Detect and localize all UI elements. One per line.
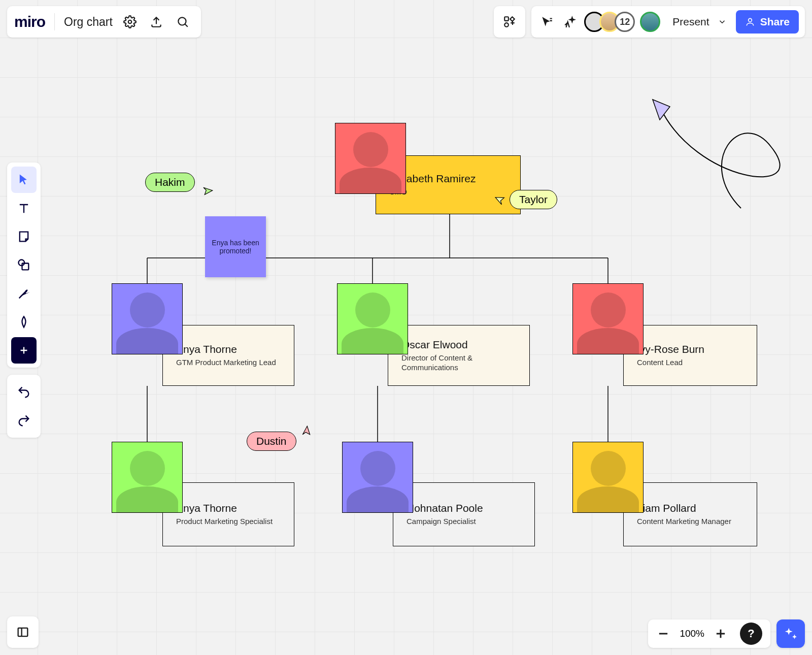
share-label: Share <box>760 16 790 28</box>
zoom-controls: 100% ? <box>648 619 770 648</box>
miro-logo[interactable]: miro <box>14 13 45 30</box>
search-icon[interactable] <box>174 13 192 31</box>
svg-rect-9 <box>22 264 29 270</box>
org-photo-enya-lead[interactable] <box>112 283 183 354</box>
present-label: Present <box>672 16 709 28</box>
apps-icon[interactable] <box>494 6 525 38</box>
org-card-oscar[interactable]: Oscar Elwood Director of Content & Commu… <box>388 325 530 386</box>
share-button[interactable]: Share <box>736 10 799 34</box>
org-photo-enya-spec[interactable] <box>112 442 183 513</box>
undo-button[interactable] <box>11 379 37 405</box>
tool-add[interactable] <box>11 337 37 364</box>
frames-panel-button[interactable] <box>7 616 39 648</box>
cursor-taylor: Taylor <box>495 190 557 209</box>
svg-marker-2 <box>495 193 506 205</box>
tool-text[interactable] <box>11 195 37 221</box>
svg-point-8 <box>748 18 752 22</box>
board-title[interactable]: Org chart <box>64 15 113 29</box>
svg-point-7 <box>505 23 509 27</box>
svg-marker-1 <box>200 186 212 197</box>
ai-assist-button[interactable] <box>776 619 805 648</box>
tool-pen[interactable] <box>11 309 37 335</box>
org-photo-hohnatan[interactable] <box>342 442 413 513</box>
zoom-level[interactable]: 100% <box>680 628 704 639</box>
person-icon <box>745 17 755 27</box>
sticky-note[interactable]: Enya has been promoted! <box>205 216 266 277</box>
zoom-out-button[interactable] <box>656 627 670 641</box>
org-photo-cmo[interactable] <box>335 123 406 194</box>
tool-sticky[interactable] <box>11 223 37 250</box>
org-role: GTM Product Marketing Lead <box>176 357 284 368</box>
org-name: Elisabeth Ramirez <box>389 173 510 185</box>
cursor-label: Taylor <box>510 190 557 209</box>
zoom-in-button[interactable] <box>714 627 728 641</box>
svg-point-5 <box>178 17 186 25</box>
cursor-mode-icon[interactable] <box>537 13 556 31</box>
present-button[interactable]: Present <box>665 16 730 28</box>
sticky-text: Enya has been promoted! <box>211 239 260 255</box>
org-name: Liam Pollard <box>637 502 747 514</box>
tool-shape[interactable] <box>11 252 37 278</box>
cursor-hakim: Hakim <box>145 173 209 192</box>
export-icon[interactable] <box>147 13 165 31</box>
org-name: Oscar Elwood <box>401 339 519 351</box>
org-name: Enya Thorne <box>176 502 284 514</box>
org-name: Enya Thorne <box>176 343 284 355</box>
settings-icon[interactable] <box>121 13 139 31</box>
avatar-overflow-count[interactable]: 12 <box>615 12 635 32</box>
reactions-icon[interactable] <box>561 13 579 31</box>
svg-rect-6 <box>505 17 509 21</box>
tool-arrow[interactable] <box>11 280 37 307</box>
redo-button[interactable] <box>11 407 37 434</box>
collaborator-avatars[interactable]: 12 <box>584 12 660 32</box>
org-role: Director of Content & Communications <box>401 353 519 373</box>
help-button[interactable]: ? <box>740 623 762 645</box>
tool-group-main <box>7 162 41 368</box>
org-role: Campaign Specialist <box>407 516 524 527</box>
cursor-dustin: Dustin <box>247 432 311 451</box>
cursor-label: Hakim <box>145 173 195 192</box>
divider <box>54 13 55 30</box>
org-role: Product Marketing Specialist <box>176 516 284 527</box>
svg-point-4 <box>128 20 132 24</box>
org-role: Content Marketing Manager <box>637 516 747 527</box>
tool-select[interactable] <box>11 167 37 193</box>
header-bar: miro Org chart <box>7 6 201 38</box>
cursor-label: Dustin <box>247 432 296 451</box>
svg-marker-3 <box>301 426 313 438</box>
tool-group-history <box>7 375 41 438</box>
org-role: Content Lead <box>637 357 747 368</box>
org-role: CMO <box>389 187 510 197</box>
org-name: Hohnatan Poole <box>407 502 524 514</box>
org-photo-ivy[interactable] <box>572 283 644 354</box>
svg-rect-11 <box>18 628 28 636</box>
collab-bar: 12 Present Share <box>531 6 805 38</box>
org-photo-liam[interactable] <box>572 442 644 513</box>
chevron-down-icon <box>718 17 727 26</box>
org-name: Ivy-Rose Burn <box>637 343 747 355</box>
org-photo-oscar[interactable] <box>337 283 408 354</box>
org-card-hohnatan[interactable]: Hohnatan Poole Campaign Specialist <box>393 482 535 546</box>
avatar-self[interactable] <box>640 12 660 32</box>
